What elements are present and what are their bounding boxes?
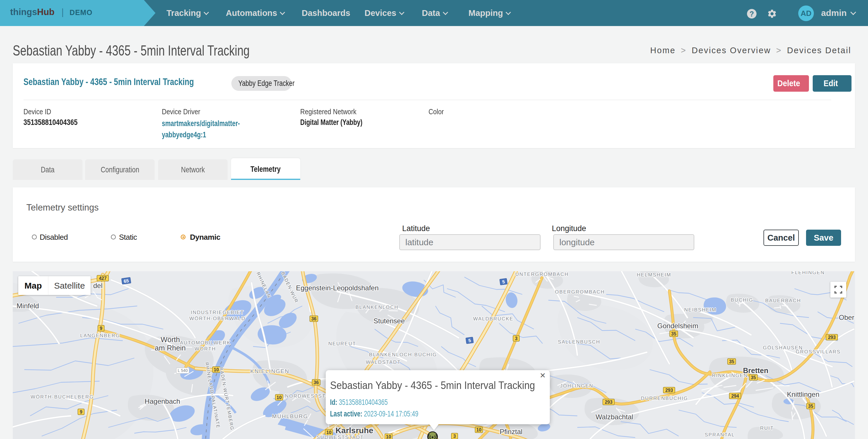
svg-text:294: 294 [731, 394, 739, 399]
svg-text:WALDBRÜCKE: WALDBRÜCKE [473, 316, 513, 322]
svg-text:Hagenbach: Hagenbach [145, 397, 180, 405]
svg-text:del: del [93, 282, 102, 290]
svg-text:KNIELINGEN: KNIELINGEN [250, 368, 289, 374]
svg-text:RUIT: RUIT [760, 426, 774, 431]
svg-text:JÖHLINGEN: JÖHLINGEN [560, 383, 593, 389]
svg-text:35: 35 [808, 404, 813, 409]
svg-text:WÖRTH-BÜCHELBERG: WÖRTH-BÜCHELBERG [31, 394, 94, 400]
svg-text:293: 293 [605, 400, 613, 405]
svg-text:3: 3 [454, 434, 456, 439]
svg-text:9: 9 [100, 326, 102, 331]
svg-text:RINKLINGEN: RINKLINGEN [712, 373, 748, 378]
svg-text:Wörth: Wörth [161, 335, 180, 344]
svg-text:10: 10 [476, 428, 482, 432]
svg-text:BLANKENLOCH-BÜCHIG: BLANKENLOCH-BÜCHIG [369, 352, 437, 358]
svg-text:35: 35 [751, 375, 756, 380]
svg-text:SPRANTAL: SPRANTAL [705, 432, 735, 438]
svg-text:Eggenstein-Leopoldshafen: Eggenstein-Leopoldshafen [296, 284, 379, 292]
svg-text:427: 427 [99, 276, 107, 281]
svg-text:DÜRRENBÜCHIG: DÜRRENBÜCHIG [641, 396, 688, 401]
svg-text:Walzbachtal: Walzbachtal [595, 413, 633, 421]
svg-text:WALDSTADT: WALDSTADT [366, 360, 401, 365]
svg-text:10: 10 [326, 430, 332, 435]
svg-text:UNTERGROMBACH: UNTERGROMBACH [515, 272, 569, 277]
svg-text:AUTOMOBILWERK: AUTOMOBILWERK [180, 340, 231, 346]
svg-text:SALLENBUSCH: SALLENBUSCH [558, 339, 600, 345]
svg-text:36: 36 [311, 316, 316, 321]
svg-text:10: 10 [386, 434, 391, 439]
svg-text:65: 65 [123, 278, 129, 284]
svg-text:Gondelsheim: Gondelsheim [657, 322, 698, 330]
svg-text:WÖRTH: WÖRTH [194, 346, 216, 352]
svg-text:10: 10 [214, 367, 219, 372]
svg-text:L 540: L 540 [178, 368, 188, 373]
svg-text:3: 3 [515, 336, 518, 341]
svg-text:36: 36 [314, 380, 319, 385]
svg-text:10: 10 [277, 395, 282, 400]
svg-text:FLEHINGEN: FLEHINGEN [791, 271, 825, 275]
svg-text:MÜHLBURG: MÜHLBURG [272, 413, 308, 419]
svg-text:Stutensee: Stutensee [373, 317, 405, 325]
svg-text:OBERGROMBACH: OBERGROMBACH [555, 289, 605, 295]
svg-text:NEUREUT: NEUREUT [328, 341, 356, 346]
svg-text:Pfinztal: Pfinztal [500, 428, 523, 436]
svg-text:Karlsruhe: Karlsruhe [336, 426, 373, 435]
svg-text:293: 293 [665, 388, 673, 393]
svg-text:Ober: Ober [839, 313, 854, 321]
svg-text:35: 35 [671, 331, 676, 336]
svg-text:Minfeld: Minfeld [17, 302, 39, 310]
svg-text:GROSSVILLARS: GROSSVILLARS [796, 349, 840, 354]
svg-text:LANGENBERG: LANGENBERG [80, 333, 120, 338]
svg-text:HELMSHEIM: HELMSHEIM [637, 272, 671, 278]
svg-text:BAUERBACH: BAUERBACH [765, 298, 801, 303]
svg-text:35: 35 [729, 359, 734, 364]
svg-text:BÜCHIG: BÜCHIG [731, 297, 753, 303]
svg-text:BLANKENLOCH: BLANKENLOCH [355, 305, 399, 310]
svg-text:WÖRTH-OBERWALD: WÖRTH-OBERWALD [189, 316, 246, 321]
svg-text:INDUSTRIEGEBIET: INDUSTRIEGEBIET [191, 310, 244, 315]
svg-text:9: 9 [80, 409, 83, 414]
svg-text:NEIBSHEIM: NEIBSHEIM [684, 307, 717, 313]
svg-text:293: 293 [828, 335, 836, 340]
svg-text:SÜDWESTSTADT: SÜDWESTSTADT [316, 435, 364, 439]
svg-text:Knittlingen: Knittlingen [787, 391, 819, 398]
